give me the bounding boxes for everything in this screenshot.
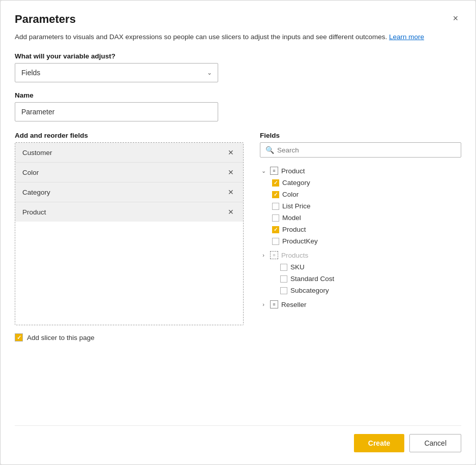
search-icon: 🔍: [265, 146, 274, 154]
dialog-footer: Create Cancel: [15, 425, 461, 452]
variable-select-wrapper: Fields Numeric range ⌄: [15, 63, 218, 82]
fields-panel-label: Fields: [260, 132, 461, 139]
tree-listprice-node[interactable]: List Price: [260, 200, 459, 212]
tree-reseller-table[interactable]: › ≡ Reseller: [260, 298, 459, 311]
tree-product-node[interactable]: Product: [260, 224, 459, 235]
reseller-table-icon: ≡: [270, 300, 278, 308]
tree-productkey-node[interactable]: ProductKey: [260, 235, 459, 247]
field-label-customer: Customer: [22, 149, 52, 157]
two-col-layout: Add and reorder fields Customer ✕ Color …: [15, 132, 461, 413]
products-table-label: Products: [281, 252, 308, 259]
search-box[interactable]: 🔍: [260, 142, 461, 158]
description-text: Add parameters to visuals and DAX expres…: [15, 32, 461, 42]
add-slicer-label: Add slicer to this page: [27, 334, 95, 342]
product-table-label: Product: [281, 167, 305, 175]
productkey-checkbox[interactable]: [272, 238, 279, 245]
field-row-category[interactable]: Category ✕: [15, 182, 243, 202]
dialog-title: Parameters: [15, 13, 76, 26]
product-table-icon: ≡: [270, 167, 278, 175]
variable-label: What will your variable adjust?: [15, 52, 461, 60]
subcategory-checkbox[interactable]: [280, 287, 287, 294]
expand-products-icon: ›: [260, 252, 267, 258]
name-label: Name: [15, 91, 461, 99]
variable-section: What will your variable adjust? Fields N…: [15, 52, 461, 91]
listprice-label: List Price: [282, 202, 311, 210]
add-reorder-label: Add and reorder fields: [15, 132, 244, 139]
fields-tree: ⌄ ≡ Product Category Color List Price: [260, 163, 461, 311]
subcategory-label: Subcategory: [290, 287, 329, 294]
field-label-category: Category: [22, 189, 50, 196]
tree-standardcost-node[interactable]: Standard Cost: [260, 273, 459, 285]
tree-category-node[interactable]: Category: [260, 177, 459, 189]
search-input[interactable]: [277, 146, 456, 154]
color-label: Color: [282, 191, 299, 198]
field-label-color: Color: [22, 169, 39, 176]
learn-more-link[interactable]: Learn more: [389, 33, 424, 41]
category-label: Category: [282, 179, 310, 187]
parameters-dialog: Parameters × Add parameters to visuals a…: [0, 0, 476, 465]
tree-product-table[interactable]: ⌄ ≡ Product: [260, 165, 459, 177]
variable-select[interactable]: Fields Numeric range: [15, 63, 218, 82]
fields-ordered-list: Customer ✕ Color ✕ Category ✕ Product ✕: [15, 142, 244, 325]
field-row-customer[interactable]: Customer ✕: [15, 143, 243, 163]
field-label-product: Product: [22, 208, 46, 216]
tree-model-node[interactable]: Model: [260, 212, 459, 224]
model-label: Model: [282, 214, 301, 222]
remove-customer-button[interactable]: ✕: [226, 148, 236, 157]
checkmark-icon: ✓: [17, 334, 21, 341]
tree-color-node[interactable]: Color: [260, 189, 459, 200]
model-checkbox[interactable]: [272, 214, 279, 222]
color-checkbox[interactable]: [272, 191, 279, 198]
add-slicer-checkbox[interactable]: ✓: [15, 333, 23, 342]
left-column: Add and reorder fields Customer ✕ Color …: [15, 132, 244, 413]
dialog-header: Parameters ×: [15, 13, 461, 26]
remove-category-button[interactable]: ✕: [226, 188, 236, 197]
productkey-label: ProductKey: [282, 237, 318, 245]
listprice-checkbox[interactable]: [272, 203, 279, 210]
tree-sku-node[interactable]: SKU: [260, 261, 459, 273]
product-field-label: Product: [282, 226, 306, 233]
sku-checkbox[interactable]: [280, 264, 287, 271]
collapse-product-icon: ⌄: [260, 168, 267, 174]
product-checkbox[interactable]: [272, 226, 279, 233]
tree-products-table[interactable]: › ≡ Products: [260, 249, 459, 261]
field-row-color[interactable]: Color ✕: [15, 163, 243, 182]
tree-subcategory-node[interactable]: Subcategory: [260, 285, 459, 296]
name-input[interactable]: [15, 102, 218, 121]
cancel-button[interactable]: Cancel: [409, 434, 461, 452]
expand-reseller-icon: ›: [260, 301, 267, 307]
close-button[interactable]: ×: [450, 13, 461, 24]
remove-color-button[interactable]: ✕: [226, 168, 236, 177]
sku-label: SKU: [290, 263, 305, 271]
name-section: Name: [15, 91, 461, 132]
products-table-icon: ≡: [270, 251, 278, 259]
create-button[interactable]: Create: [354, 434, 405, 452]
right-column: Fields 🔍 ⌄ ≡ Product Category: [260, 132, 461, 413]
add-slicer-row: ✓ Add slicer to this page: [15, 333, 244, 342]
standardcost-label: Standard Cost: [290, 275, 334, 283]
reseller-table-label: Reseller: [281, 301, 307, 308]
standardcost-checkbox[interactable]: [280, 275, 287, 283]
category-checkbox[interactable]: [272, 179, 279, 187]
remove-product-button[interactable]: ✕: [226, 207, 236, 216]
field-row-product[interactable]: Product ✕: [15, 202, 243, 222]
